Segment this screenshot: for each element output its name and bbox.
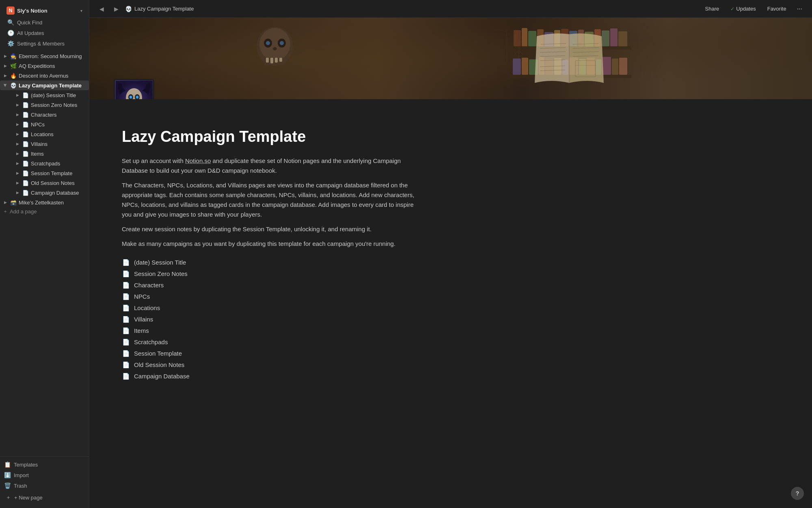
sidebar-item-eberron[interactable]: ▶ 🧙 Eberron: Second Mourning [0, 51, 89, 61]
svg-line-61 [514, 50, 519, 55]
workspace-header[interactable]: N Sly's Notion ▾ [3, 4, 86, 17]
sidebar-item-session-title[interactable]: ▶ 📄 (date) Session Title [0, 90, 89, 100]
add-icon: ＋ [2, 209, 8, 215]
hero-background [89, 18, 812, 99]
svg-point-6 [273, 47, 277, 50]
help-button[interactable]: ? [791, 487, 804, 500]
sidebar-item-session-template[interactable]: ▶ 📄 Session Template [0, 168, 89, 178]
chevron-right-icon: ▶ [2, 200, 8, 205]
subpage-item-sp-characters[interactable]: 📄 Characters [122, 280, 422, 291]
main-content: ◀ ▶ 💀 Lazy Campaign Template Share ✓ Upd… [89, 0, 812, 508]
sidebar-item-descent[interactable]: ▶ 🔥 Descent into Avernus [0, 71, 89, 80]
sidebar-item-aq[interactable]: ▶ 🌿 AQ Expeditions [0, 61, 89, 71]
content-area: Lazy Campaign Template Set up an account… [89, 18, 812, 508]
topbar-right: Share ✓ Updates Favorite ··· [701, 4, 806, 14]
subpage-label: NPCs [134, 293, 150, 300]
subpage-icon: 📄 [122, 350, 130, 358]
notion-link[interactable]: Notion.so [185, 157, 211, 164]
breadcrumb-title: Lazy Campaign Template [134, 6, 194, 12]
sidebar-top: N Sly's Notion ▾ 🔍 Quick Find 🕐 All Upda… [0, 0, 89, 50]
svg-line-62 [519, 50, 523, 55]
chevron-down-icon: ▶ [2, 82, 8, 88]
skull-decoration [248, 22, 301, 79]
subpage-item-sp-campaign-db[interactable]: 📄 Campaign Database [122, 371, 422, 382]
chevron-right-icon: ▶ [15, 131, 20, 137]
svg-rect-11 [279, 58, 282, 62]
all-updates-action[interactable]: 🕐 All Updates [3, 28, 86, 38]
import-icon: ⬇️ [4, 472, 11, 478]
subpage-item-sp-scratchpads[interactable]: 📄 Scratchpads [122, 336, 422, 348]
chevron-right-icon: ▶ [15, 161, 20, 166]
plus-icon: ＋ [6, 494, 11, 501]
chevron-right-icon: ▶ [15, 151, 20, 156]
subpage-list: 📄 (date) Session Title 📄 Session Zero No… [122, 257, 422, 382]
subpage-label: Session Zero Notes [134, 270, 188, 277]
subpage-icon: 📄 [122, 304, 130, 312]
sidebar-item-npcs[interactable]: ▶ 📄 NPCs [0, 119, 89, 129]
trash-icon: 🗑️ [4, 482, 11, 489]
subpage-item-sp-npcs[interactable]: 📄 NPCs [122, 291, 422, 302]
clock-icon: 🕐 [7, 30, 14, 36]
chevron-right-icon: ▶ [15, 92, 20, 98]
chevron-right-icon: ▶ [15, 122, 20, 127]
quick-find-action[interactable]: 🔍 Quick Find [3, 17, 86, 28]
svg-rect-26 [610, 28, 618, 46]
more-options-button[interactable]: ··· [794, 4, 806, 14]
aq-icon: 🌿 [10, 62, 17, 69]
page-body: Lazy Campaign Template Set up an account… [89, 99, 455, 406]
subpage-item-sp-session-template[interactable]: 📄 Session Template [122, 348, 422, 359]
workspace-icon: N [6, 7, 15, 15]
subpage-icon: 📄 [122, 281, 130, 289]
svg-rect-40 [612, 59, 618, 75]
chevron-right-icon: ▶ [15, 141, 20, 147]
page-icon: 📄 [22, 179, 29, 187]
subpage-item-sp-old-session-notes[interactable]: 📄 Old Session Notes [122, 359, 422, 371]
page-icon: 📄 [22, 130, 29, 138]
lich-svg [116, 81, 152, 99]
sidebar-item-villains[interactable]: ▶ 📄 Villains [0, 139, 89, 149]
sidebar-bottom: 📋 Templates ⬇️ Import 🗑️ Trash ＋ + New p… [0, 456, 89, 508]
sidebar-item-session-zero[interactable]: ▶ 📄 Session Zero Notes [0, 100, 89, 110]
svg-line-64 [519, 59, 522, 65]
page-icon: 📄 [22, 150, 29, 157]
subpage-icon: 📄 [122, 327, 130, 335]
forward-button[interactable]: ▶ [110, 3, 122, 15]
favorite-button[interactable]: Favorite [763, 4, 790, 13]
description-3: Create new session notes by duplicating … [122, 224, 422, 234]
settings-action[interactable]: ⚙️ Settings & Members [3, 38, 86, 49]
subpage-item-sp-items[interactable]: 📄 Items [122, 325, 422, 336]
subpage-item-sp-locations[interactable]: 📄 Locations [122, 302, 422, 314]
lazy-template-icon: 💀 [10, 82, 17, 89]
svg-rect-8 [266, 58, 269, 63]
sidebar-add-page[interactable]: ＋ Add a page [0, 207, 89, 216]
subpage-item-sp-session-title[interactable]: 📄 (date) Session Title [122, 257, 422, 268]
page-cover-icon [114, 79, 154, 99]
sidebar-item-items[interactable]: ▶ 📄 Items [0, 149, 89, 158]
subpage-icon: 📄 [122, 258, 130, 267]
sidebar-item-mikes[interactable]: ▶ 🗃️ Mike's Zettelkasten [0, 198, 89, 207]
templates-action[interactable]: 📋 Templates [0, 459, 89, 470]
subpage-item-sp-session-zero[interactable]: 📄 Session Zero Notes [122, 268, 422, 280]
sidebar-item-scratchpads[interactable]: ▶ 📄 Scratchpads [0, 158, 89, 168]
breadcrumb: 💀 Lazy Campaign Template [125, 6, 194, 12]
sidebar-item-old-session-notes[interactable]: ▶ 📄 Old Session Notes [0, 178, 89, 188]
sidebar-item-characters[interactable]: ▶ 📄 Characters [0, 110, 89, 119]
chevron-right-icon: ▶ [15, 170, 20, 176]
new-page-button[interactable]: ＋ + New page [0, 491, 89, 504]
chevron-right-icon: ▶ [2, 63, 8, 69]
sidebar-item-lazy-template[interactable]: ▶ 💀 Lazy Campaign Template [0, 80, 89, 90]
subpage-label: Campaign Database [134, 373, 190, 380]
breadcrumb-page-icon: 💀 [125, 6, 132, 12]
share-button[interactable]: Share [701, 4, 723, 13]
chevron-right-icon: ▶ [15, 190, 20, 195]
sidebar-item-campaign-db[interactable]: ▶ 📄 Campaign Database [0, 188, 89, 198]
updates-button[interactable]: ✓ Updates [726, 4, 760, 13]
sidebar-item-locations[interactable]: ▶ 📄 Locations [0, 129, 89, 139]
import-action[interactable]: ⬇️ Import [0, 470, 89, 480]
svg-point-73 [135, 95, 139, 99]
trash-action[interactable]: 🗑️ Trash [0, 480, 89, 491]
back-button[interactable]: ◀ [96, 3, 107, 15]
subpage-item-sp-villains[interactable]: 📄 Villains [122, 314, 422, 325]
workspace-chevron-icon: ▾ [80, 9, 82, 13]
subpage-label: Characters [134, 282, 164, 289]
